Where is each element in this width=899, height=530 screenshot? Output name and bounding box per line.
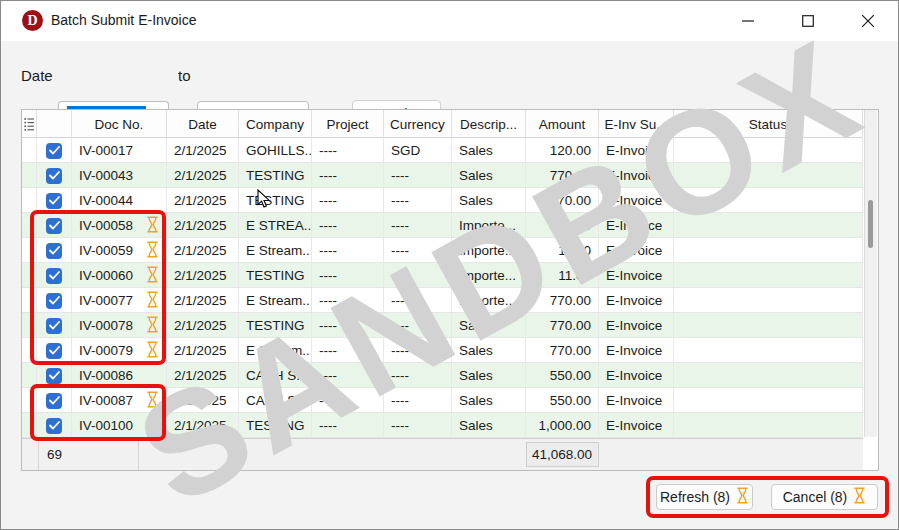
doc-no-text: IV-00017 xyxy=(79,143,133,158)
row-checkbox[interactable] xyxy=(46,318,62,334)
cell-company: E Stream... xyxy=(239,338,312,363)
table-row[interactable]: IV-000582/1/2025E STREA...--------Import… xyxy=(22,213,863,238)
date-label: Date xyxy=(21,67,53,84)
column-header-date[interactable]: Date xyxy=(167,110,239,138)
column-header-company[interactable]: Company xyxy=(239,110,312,138)
hourglass-icon xyxy=(146,266,159,286)
row-checkbox[interactable] xyxy=(46,168,62,184)
table-header-row: Doc No.DateCompanyProjectCurrencyDescrip… xyxy=(22,110,863,138)
cell-currency: SGD xyxy=(384,138,452,163)
row-checkbox[interactable] xyxy=(46,218,62,234)
refresh-button[interactable]: Refresh (8) xyxy=(656,484,753,510)
filter-toolbar: Date 01/01/2025 to 14/1/2025 Apply xyxy=(1,41,898,109)
row-checkbox[interactable] xyxy=(46,193,62,209)
cell-doc_no: IV-00086 xyxy=(72,363,167,388)
table-row[interactable]: IV-000792/1/2025E Stream...--------Sales… xyxy=(22,338,863,363)
table-row[interactable]: IV-000872/1/2025CASH S...--------Sales55… xyxy=(22,388,863,413)
column-header-amount[interactable]: Amount xyxy=(526,110,599,138)
cell-icon xyxy=(22,313,37,338)
cell-date: 2/1/2025 xyxy=(167,363,239,388)
table-row[interactable]: IV-001002/1/2025TESTING--------Sales1,00… xyxy=(22,413,863,438)
table-row[interactable]: IV-000432/1/2025TESTING--------Sales770.… xyxy=(22,163,863,188)
minimize-button[interactable] xyxy=(725,1,771,41)
cell-doc_no: IV-00058 xyxy=(72,213,167,238)
scrollbar-thumb[interactable] xyxy=(868,200,873,248)
cell-date: 2/1/2025 xyxy=(167,263,239,288)
cell-status xyxy=(674,213,863,238)
cell-check xyxy=(37,388,72,413)
column-chooser-icon[interactable] xyxy=(24,117,35,132)
row-checkbox[interactable] xyxy=(46,293,62,309)
cell-einv: E-Invoice xyxy=(599,163,674,188)
cell-check xyxy=(37,413,72,438)
cell-icon xyxy=(22,288,37,313)
row-checkbox[interactable] xyxy=(46,418,62,434)
row-checkbox[interactable] xyxy=(46,143,62,159)
table-row[interactable]: IV-000772/1/2025E Stream...--------Impor… xyxy=(22,288,863,313)
row-checkbox[interactable] xyxy=(46,368,62,384)
cancel-button[interactable]: Cancel (8) xyxy=(771,484,878,510)
table-row[interactable]: IV-000862/1/2025CASH S...--------Sales55… xyxy=(22,363,863,388)
cell-company: TESTING xyxy=(239,188,312,213)
column-header-description[interactable]: Descrip... xyxy=(452,110,526,138)
cell-amount: 770.00 xyxy=(526,313,599,338)
close-button[interactable] xyxy=(845,1,891,41)
doc-no-text: IV-00079 xyxy=(79,343,133,358)
column-header-status[interactable]: Status xyxy=(674,110,863,138)
cell-status xyxy=(674,163,863,188)
row-checkbox[interactable] xyxy=(46,243,62,259)
cell-company: TESTING xyxy=(239,263,312,288)
cell-amount: 550.00 xyxy=(526,388,599,413)
cell-description: Sales xyxy=(452,388,526,413)
cell-check xyxy=(37,188,72,213)
title-bar: D Batch Submit E-Invoice xyxy=(1,1,898,41)
cell-project: ---- xyxy=(312,213,384,238)
vertical-scrollbar[interactable] xyxy=(864,110,877,437)
cell-doc_no: IV-00060 xyxy=(72,263,167,288)
row-checkbox[interactable] xyxy=(46,343,62,359)
table-row[interactable]: IV-000782/1/2025TESTING--------Sales770.… xyxy=(22,313,863,338)
cell-currency: ---- xyxy=(384,388,452,413)
cell-status xyxy=(674,288,863,313)
cell-status xyxy=(674,238,863,263)
table-row[interactable]: IV-000602/1/2025TESTING--------Importe..… xyxy=(22,263,863,288)
cell-date: 2/1/2025 xyxy=(167,188,239,213)
table-row[interactable]: IV-000442/1/2025TESTING--------Sales770.… xyxy=(22,188,863,213)
cell-amount: 550.00 xyxy=(526,363,599,388)
row-checkbox[interactable] xyxy=(46,268,62,284)
cell-date: 2/1/2025 xyxy=(167,338,239,363)
column-header-doc_no[interactable]: Doc No. xyxy=(72,110,167,138)
cell-icon xyxy=(22,388,37,413)
cell-check xyxy=(37,363,72,388)
doc-no-text: IV-00058 xyxy=(79,218,133,233)
cell-status xyxy=(674,338,863,363)
cell-date: 2/1/2025 xyxy=(167,238,239,263)
cell-doc_no: IV-00100 xyxy=(72,413,167,438)
table-row[interactable]: IV-000172/1/2025GOHILLS...----SGDSales12… xyxy=(22,138,863,163)
cell-project: ---- xyxy=(312,263,384,288)
cell-doc_no: IV-00079 xyxy=(72,338,167,363)
cell-date: 2/1/2025 xyxy=(167,313,239,338)
cell-currency: ---- xyxy=(384,363,452,388)
cell-doc_no: IV-00078 xyxy=(72,313,167,338)
column-header-einv[interactable]: E-Inv Su... xyxy=(599,110,674,138)
maximize-button[interactable] xyxy=(785,1,831,41)
cell-amount: 11.00 xyxy=(526,263,599,288)
column-header-project[interactable]: Project xyxy=(312,110,384,138)
cell-check xyxy=(37,213,72,238)
amount-total: 41,068.00 xyxy=(526,442,599,467)
cell-amount: 770.00 xyxy=(526,163,599,188)
cell-amount: 770.00 xyxy=(526,338,599,363)
doc-no-text: IV-00077 xyxy=(79,293,133,308)
row-checkbox[interactable] xyxy=(46,393,62,409)
cell-currency: ---- xyxy=(384,238,452,263)
column-header-currency[interactable]: Currency xyxy=(384,110,452,138)
table-row[interactable]: IV-000592/1/2025E Stream...--------Impor… xyxy=(22,238,863,263)
maximize-icon xyxy=(802,15,814,27)
cell-amount: 11.00 xyxy=(526,238,599,263)
cell-currency: ---- xyxy=(384,313,452,338)
cell-amount: 1,000.00 xyxy=(526,413,599,438)
hourglass-icon xyxy=(146,241,159,261)
cell-einv: E-Invoice xyxy=(599,238,674,263)
cell-project: ---- xyxy=(312,363,384,388)
